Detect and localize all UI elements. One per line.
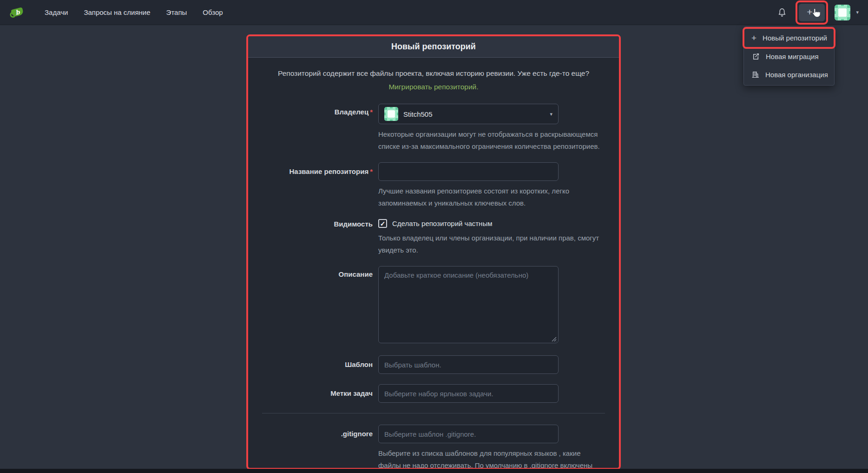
issue-labels-field xyxy=(378,384,605,403)
plus-icon: + xyxy=(807,7,812,17)
description-label: Описание xyxy=(262,266,373,345)
notifications-bell-icon[interactable] xyxy=(775,6,789,20)
description-field xyxy=(378,266,559,345)
nav-item-pull-requests[interactable]: Запросы на слияние xyxy=(77,4,157,20)
resize-handle-icon[interactable] xyxy=(552,337,557,342)
visibility-label: Видимость xyxy=(262,219,373,256)
annotation-box-plus-button: + ▾ xyxy=(796,0,828,25)
form-row-issue-labels: Метки задач xyxy=(262,384,605,403)
nav-item-explore[interactable]: Обзор xyxy=(196,4,229,20)
owner-label-text: Владелец xyxy=(335,108,368,116)
owner-avatar xyxy=(384,107,398,121)
issue-labels-label: Метки задач xyxy=(262,384,373,403)
template-input[interactable] xyxy=(378,355,559,374)
required-asterisk: * xyxy=(370,108,373,116)
owner-selected-value: Stitch505 xyxy=(403,110,433,118)
form-row-owner: Владелец* Stitch505 xyxy=(262,104,605,152)
gitignore-input[interactable] xyxy=(378,425,559,443)
repo-name-help-text: Лучшие названия репозиториев состоят из … xyxy=(378,185,605,209)
chevron-down-icon: ▾ xyxy=(550,111,552,117)
form-row-description: Описание xyxy=(262,266,605,345)
template-label: Шаблон xyxy=(262,355,373,374)
gitea-logo-icon[interactable]: b xyxy=(9,4,26,21)
migrate-repository-link[interactable]: Мигрировать репозиторий. xyxy=(388,83,478,91)
create-dropdown-menu: + Новый репозиторий Новая миграция Новая… xyxy=(743,27,835,86)
organization-icon xyxy=(751,71,759,79)
migration-icon xyxy=(751,53,760,60)
panel-header: Новый репозиторий xyxy=(248,36,619,58)
description-textarea[interactable] xyxy=(378,266,559,343)
private-checkbox-label[interactable]: Сделать репозиторий частным xyxy=(392,220,493,227)
gitignore-help-text: Выберите из списка шаблонов для популярн… xyxy=(378,447,605,470)
form-row-gitignore: .gitignore Выберите из списка шаблонов д… xyxy=(262,425,605,470)
intro-text-body: Репозиторий содержит все файлы проекта, … xyxy=(278,69,589,77)
owner-select[interactable]: Stitch505 ▾ xyxy=(378,104,559,124)
menu-item-new-migration[interactable]: Новая миграция xyxy=(744,47,834,66)
panel-body: Репозиторий содержит все файлы проекта, … xyxy=(248,58,619,470)
top-navbar: b Задачи Запросы на слияние Этапы Обзор … xyxy=(0,0,868,25)
user-avatar[interactable] xyxy=(835,5,850,20)
form-row-repo-name: Название репозитория* Лучшие названия ре… xyxy=(262,162,605,209)
visibility-field: ✓ Сделать репозиторий частным Только вла… xyxy=(378,219,605,256)
intro-text: Репозиторий содержит все файлы проекта, … xyxy=(268,67,599,93)
template-field xyxy=(378,355,605,374)
private-checkbox[interactable]: ✓ xyxy=(378,219,387,228)
owner-help-text: Некоторые организации могут не отображат… xyxy=(378,128,605,152)
gitignore-label: .gitignore xyxy=(262,425,373,470)
menu-item-label: Новая миграция xyxy=(766,53,819,60)
create-new-button[interactable]: + ▾ xyxy=(799,4,825,21)
menu-item-label: Новый репозиторий xyxy=(763,34,827,42)
navbar-right: + ▾ ▾ xyxy=(775,0,861,25)
gitignore-field: Выберите из списка шаблонов для популярн… xyxy=(378,425,605,470)
bottom-strip xyxy=(0,469,868,473)
nav-item-issues[interactable]: Задачи xyxy=(38,4,74,20)
form-row-visibility: Видимость ✓ Сделать репозиторий частным … xyxy=(262,219,605,256)
avatar-chevron-down-icon[interactable]: ▾ xyxy=(856,9,859,15)
menu-item-new-repository[interactable]: + Новый репозиторий xyxy=(744,28,834,47)
plus-icon: + xyxy=(751,33,756,42)
chevron-down-icon: ▾ xyxy=(815,10,817,15)
repo-name-field: Лучшие названия репозиториев состоят из … xyxy=(378,162,605,209)
form-row-template: Шаблон xyxy=(262,355,605,374)
visibility-help-text: Только владелец или члены организации, п… xyxy=(378,232,605,256)
required-asterisk: * xyxy=(370,167,373,175)
owner-field: Stitch505 ▾ Некоторые организации могут … xyxy=(378,104,605,152)
menu-item-label: Новая организация xyxy=(765,71,828,79)
new-repository-panel: Новый репозиторий Репозиторий содержит в… xyxy=(246,34,621,470)
menu-item-new-organization[interactable]: Новая организация xyxy=(744,66,834,84)
primary-nav: Задачи Запросы на слияние Этапы Обзор xyxy=(38,4,230,20)
nav-item-milestones[interactable]: Этапы xyxy=(160,4,194,20)
section-divider xyxy=(262,413,605,413)
private-checkbox-line: ✓ Сделать репозиторий частным xyxy=(378,219,605,228)
owner-label: Владелец* xyxy=(262,104,373,152)
issue-labels-input[interactable] xyxy=(378,384,559,403)
repo-name-input[interactable] xyxy=(378,162,559,181)
page-title: Новый репозиторий xyxy=(391,42,476,52)
repo-name-label: Название репозитория* xyxy=(262,162,373,209)
repo-name-label-text: Название репозитория xyxy=(289,167,369,175)
